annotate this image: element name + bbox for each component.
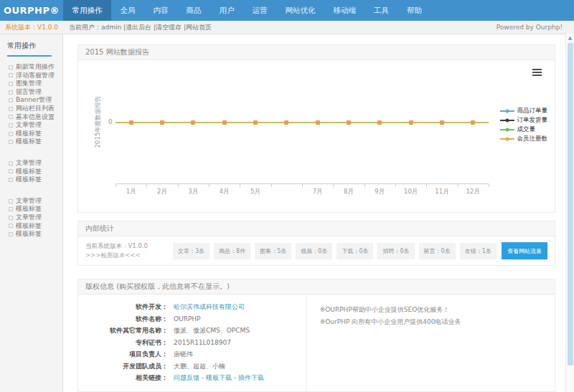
sidebar-item[interactable]: 模板标签 [0,130,62,138]
stat-chip-1: 文章：3条 [173,243,210,259]
bullet-icon [9,132,13,136]
bullet-icon [9,178,13,182]
statusbar-link-2[interactable]: 清空缓存 [156,24,182,31]
x-axis-tick-label: 11月 [435,188,448,196]
statusbar-link-1[interactable]: 退出后台 [126,24,151,31]
sidebar-item[interactable]: 浮动客服管理 [0,72,62,80]
bullet-icon [9,82,13,86]
chart-panel-header: 2015 网站数据报告 [78,45,555,60]
sidebar-item[interactable]: 网站栏目列表 [0,105,62,113]
sidebar-item[interactable]: 文章管理 [0,159,62,168]
sidebar-item[interactable]: 模板标签 [0,230,62,239]
sidebar-item-label: 留言管理 [16,88,42,97]
copyright-row: 开发团队成员：大鹏、超超、小楠 [78,360,306,373]
data-point-marker [191,120,195,125]
bullet-icon [9,169,13,173]
chart-toolbox-menu-icon[interactable] [532,67,542,77]
nav-menu: 常用操作全局内容商品用户运营网站优化移动端工具帮助 [63,0,431,21]
copyright-notes: ※OURPHP帮助中小企业提供SEO优化服务！※OurPHP 向所有中小企业用户… [307,295,555,391]
nav-item-9[interactable]: 工具 [365,0,398,21]
sidebar-item[interactable]: 模板标签 [0,176,62,184]
bullet-icon [9,224,13,228]
sidebar-item-label: 文章管理 [16,121,42,130]
sidebar-item[interactable]: 文章管理 [0,197,62,206]
statusbar-link-3[interactable]: 网站首页 [186,24,212,31]
sidebar-item-label: 模板标签 [16,130,42,138]
sidebar-item[interactable]: 模板标签 [0,138,62,146]
sidebar-item[interactable]: 模板标签 [0,222,62,231]
data-point-marker [253,120,258,125]
scrollbar[interactable]: ▲ [565,34,574,392]
x-axis-tick-label: 10月 [404,188,418,196]
legend-marker-icon [500,107,514,114]
chart-area: 2015年度数据报告 0 1月2月3月4月5月7月8月9月10月11月12月 商… [78,60,555,212]
check-version-link[interactable]: >>>检测版本<<< [85,251,169,260]
sidebar-item[interactable]: 模板标签 [0,205,62,214]
legend-label: 订单发货量 [517,115,548,125]
copyright-row-value[interactable]: 问题反馈 - 模板下载 - 插件下载 [168,372,264,384]
sidebar-item[interactable]: 图集管理 [0,80,62,88]
sidebar-item[interactable]: 文章管理 [0,121,62,130]
nav-item-5[interactable]: 用户 [210,0,243,21]
powered-by-text: Powered by Ourphp! [497,24,574,31]
legend-item-3[interactable]: 成交量 [500,125,548,134]
bullet-icon [9,161,13,166]
legend-item-4[interactable]: 会员注册数 [500,134,548,143]
nav-item-4[interactable]: 商品 [177,0,210,21]
axis-tick [333,184,334,187]
axis-tick [209,184,210,187]
copyright-row-label: 开发团队成员： [78,360,168,373]
sidebar-item[interactable]: 留言管理 [0,88,62,97]
sidebar-item-label: 模板标签 [16,168,42,176]
legend-label: 成交量 [517,125,536,134]
copyright-row-value[interactable]: 哈尔滨伟成科技有限公司 [168,301,245,313]
nav-item-1[interactable]: 常用操作 [63,0,111,21]
bullet-icon [9,232,13,236]
sidebar-item-label: 模板标签 [16,205,42,214]
nav-item-10[interactable]: 帮助 [398,0,431,21]
view-traffic-button[interactable]: 查看网站流量 [502,242,547,259]
sidebar-item-label: 刷新常用操作 [16,63,55,72]
sidebar-item[interactable]: 刷新常用操作 [0,63,62,72]
main-content: 2015 网站数据报告 2015年度数据报告 0 1月2月3月4月5月7月8月9… [63,34,574,392]
nav-item-6[interactable]: 运营 [243,0,276,21]
x-axis-labels: 1月2月3月4月5月7月8月9月10月11月12月 [116,188,489,196]
axis-tick [364,184,365,187]
legend-item-1[interactable]: 商品订单量 [500,106,548,115]
nav-item-8[interactable]: 移动端 [324,0,365,21]
copyright-panel-header: 版权信息 (购买授权版，此信息将不在显示。) [78,279,555,295]
copyright-row: 项目负责人：唐晓伟 [78,348,306,360]
user-session-info: 当前用户：admin |退出后台 |清空缓存 |网站首页 [63,23,497,32]
app-logo: OURPHP® [0,0,63,21]
nav-item-3[interactable]: 内容 [144,0,177,21]
sidebar-item-label: 基本信息设置 [16,113,55,122]
nav-item-2[interactable]: 全局 [111,0,144,21]
stat-chip-7: 留言：0条 [419,243,456,259]
copyright-note-2: ※OurPHP 向所有中小企业用户提供400电话业务 [320,316,542,328]
sidebar-item[interactable]: 文章管理 [0,214,62,222]
x-axis-tick-label: 3月 [188,188,198,196]
stats-panel-body: 当前系统版本：V1.0.0 >>>检测版本<<< 文章：3条商品：8件图集：5条… [78,236,555,265]
copyright-row-label: 软件名称： [78,313,168,325]
sidebar-item[interactable]: Banner管理 [0,96,62,105]
top-navbar: OURPHP® 常用操作全局内容商品用户运营网站优化移动端工具帮助 [0,0,574,21]
nav-item-7[interactable]: 网站优化 [276,0,324,21]
copyright-row-label: 软件其它常用名称： [78,325,168,337]
legend-item-2[interactable]: 订单发货量 [500,115,548,125]
stat-chip-2: 商品：8件 [214,243,250,259]
sidebar-item-label: 浮动客服管理 [16,72,55,80]
sidebar-item[interactable]: 模板标签 [0,168,62,176]
legend-label: 会员注册数 [517,134,548,143]
copyright-row-label: 软件开发： [78,301,168,313]
scrollbar-thumb[interactable] [568,43,573,365]
y-axis-label: 2015年度数据报告 [94,96,103,148]
x-axis-tick-label: 2月 [157,188,167,196]
copyright-row-value: 大鹏、超超、小楠 [168,360,225,373]
chart-legend: 商品订单量订单发货量成交量会员注册数 [500,106,548,143]
sidebar-item[interactable]: 基本信息设置 [0,113,62,122]
bullet-icon [9,90,13,95]
axis-tick [426,184,427,187]
copyright-row: 软件开发：哈尔滨伟成科技有限公司 [78,301,306,313]
scroll-up-icon[interactable]: ▲ [566,34,574,41]
stat-chip-5: 下载：0条 [337,243,373,259]
